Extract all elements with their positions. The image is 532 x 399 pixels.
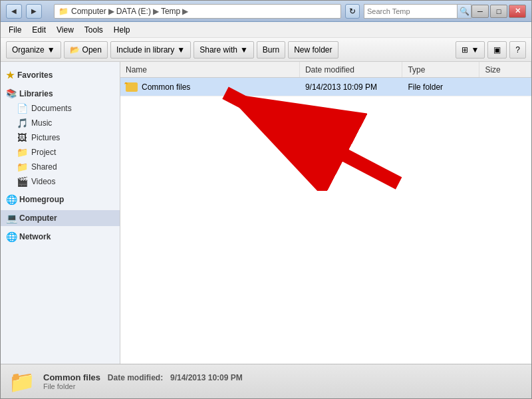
status-icon-glyph: 📁	[9, 370, 35, 394]
file-list: ★ Common files 9/14/2013 10:09 PM File f…	[120, 78, 531, 364]
network-icon: 🌐	[6, 231, 17, 242]
forward-button[interactable]: ▶	[26, 4, 42, 19]
star-badge: ★	[123, 82, 129, 86]
breadcrumb-computer[interactable]: Computer	[71, 7, 106, 16]
window-controls: ─ □ ✕	[471, 5, 526, 18]
sidebar-homegroup-header[interactable]: 🌐 Homegroup	[1, 192, 120, 207]
breadcrumb-data[interactable]: DATA (E:)	[116, 7, 151, 16]
sidebar-item-music[interactable]: 🎵 Music	[1, 116, 120, 130]
menu-view[interactable]: View	[51, 24, 79, 36]
videos-label: Videos	[31, 177, 55, 186]
new-folder-label: New folder	[294, 45, 332, 55]
sidebar-item-shared[interactable]: 📁 Shared	[1, 160, 120, 174]
help-button[interactable]: ?	[509, 41, 526, 59]
file-name-cell: ★ Common files	[120, 82, 300, 92]
file-type-cell: File folder	[402, 82, 479, 92]
search-bar: 🔍	[364, 4, 471, 19]
breadcrumb-sep-3: ▶	[182, 7, 188, 16]
project-icon: 📁	[17, 147, 27, 158]
homegroup-icon: 🌐	[6, 194, 17, 205]
documents-icon: 📄	[17, 103, 27, 114]
sidebar-section-network: 🌐 Network	[1, 229, 120, 245]
libraries-icon: 📚	[6, 88, 17, 98]
videos-icon: 🎬	[17, 176, 27, 187]
sidebar-section-libraries: 📚 Libraries 📄 Documents 🎵 Music 🖼 Pictur…	[1, 86, 120, 189]
explorer-window: ◀ ▶ 📁 Computer ▶ DATA (E:) ▶ Temp ▶ ↻ 🔍 …	[0, 0, 532, 399]
sidebar-libraries-header[interactable]: 📚 Libraries	[1, 86, 120, 101]
organize-label: Organize	[12, 45, 45, 55]
open-button[interactable]: 📂 Open	[64, 41, 108, 59]
search-button[interactable]: 🔍	[457, 4, 471, 19]
include-library-button[interactable]: Include in library ▼	[110, 41, 191, 59]
burn-button[interactable]: Burn	[257, 41, 285, 59]
views-chevron: ▼	[471, 45, 479, 55]
status-folder-icon: 📁	[9, 369, 35, 394]
sidebar-item-videos[interactable]: 🎬 Videos	[1, 174, 120, 189]
col-header-name[interactable]: Name	[120, 62, 300, 77]
burn-label: Burn	[263, 45, 279, 55]
menu-file[interactable]: File	[3, 24, 27, 36]
col-header-size[interactable]: Size	[479, 62, 531, 77]
refresh-button[interactable]: ↻	[345, 4, 360, 19]
sidebar-item-project[interactable]: 📁 Project	[1, 145, 120, 160]
open-label: Open	[82, 45, 102, 55]
homegroup-label: Homegroup	[19, 195, 64, 204]
organize-chevron: ▼	[47, 45, 55, 55]
file-date: 9/14/2013 10:09 PM	[305, 82, 377, 92]
views-button[interactable]: ⊞ ▼	[456, 41, 485, 59]
sidebar-section-homegroup: 🌐 Homegroup	[1, 192, 120, 207]
share-label: Share with	[200, 45, 237, 55]
computer-icon: 💻	[6, 213, 17, 223]
status-date-label: Date modified:	[108, 373, 163, 382]
music-icon: 🎵	[17, 118, 27, 128]
help-icon: ?	[515, 45, 520, 55]
music-label: Music	[31, 118, 52, 128]
shared-label: Shared	[31, 162, 57, 172]
menu-help[interactable]: Help	[108, 24, 136, 36]
sidebar: ★ Favorites 📚 Libraries 📄 Documents 🎵 Mu…	[1, 62, 120, 364]
minimize-button[interactable]: ─	[471, 5, 489, 18]
project-label: Project	[31, 148, 56, 157]
back-button[interactable]: ◀	[6, 4, 22, 19]
sidebar-computer-header[interactable]: 💻 Computer	[1, 210, 120, 226]
toolbar: Organize ▼ 📂 Open Include in library ▼ S…	[1, 38, 531, 62]
preview-icon: ▣	[493, 45, 501, 55]
include-chevron: ▼	[177, 45, 185, 55]
status-text-area: Common files Date modified: 9/14/2013 10…	[43, 372, 243, 390]
status-name-text: Common files	[43, 372, 100, 382]
sidebar-network-header[interactable]: 🌐 Network	[1, 229, 120, 245]
breadcrumb-bar[interactable]: 📁 Computer ▶ DATA (E:) ▶ Temp ▶	[54, 4, 341, 19]
menu-edit[interactable]: Edit	[27, 24, 51, 36]
documents-label: Documents	[31, 104, 72, 113]
preview-button[interactable]: ▣	[487, 41, 507, 59]
search-input[interactable]	[364, 4, 457, 19]
menu-tools[interactable]: Tools	[79, 24, 108, 36]
table-row[interactable]: ★ Common files 9/14/2013 10:09 PM File f…	[120, 78, 531, 96]
file-type: File folder	[408, 82, 443, 92]
views-icon: ⊞	[462, 45, 468, 55]
status-filename: Common files Date modified: 9/14/2013 10…	[43, 372, 243, 382]
sidebar-item-documents[interactable]: 📄 Documents	[1, 101, 120, 116]
file-area: Name Date modified Type Size ★ Common fi…	[120, 62, 531, 364]
share-with-button[interactable]: Share with ▼	[194, 41, 254, 59]
svg-line-1	[225, 93, 399, 184]
organize-button[interactable]: Organize ▼	[6, 41, 61, 59]
share-chevron: ▼	[240, 45, 248, 55]
col-header-date[interactable]: Date modified	[300, 62, 403, 77]
open-icon: 📂	[70, 45, 80, 55]
breadcrumb-temp[interactable]: Temp	[161, 7, 180, 16]
maximize-button[interactable]: □	[490, 5, 507, 18]
sidebar-section-computer: 💻 Computer	[1, 210, 120, 226]
sidebar-favorites-header[interactable]: ★ Favorites	[1, 67, 120, 83]
new-folder-button[interactable]: New folder	[288, 41, 338, 59]
breadcrumb-sep-1: ▶	[108, 7, 114, 16]
status-bar: 📁 Common files Date modified: 9/14/2013 …	[1, 364, 531, 398]
close-button[interactable]: ✕	[509, 5, 526, 18]
col-header-type[interactable]: Type	[402, 62, 479, 77]
file-date-cell: 9/14/2013 10:09 PM	[300, 82, 403, 92]
sidebar-item-pictures[interactable]: 🖼 Pictures	[1, 130, 120, 145]
content-area: ★ Favorites 📚 Libraries 📄 Documents 🎵 Mu…	[1, 62, 531, 364]
network-label: Network	[19, 232, 51, 241]
title-bar: ◀ ▶ 📁 Computer ▶ DATA (E:) ▶ Temp ▶ ↻ 🔍 …	[1, 1, 531, 22]
title-bar-content: ◀ ▶ 📁 Computer ▶ DATA (E:) ▶ Temp ▶ ↻ 🔍	[6, 4, 471, 19]
